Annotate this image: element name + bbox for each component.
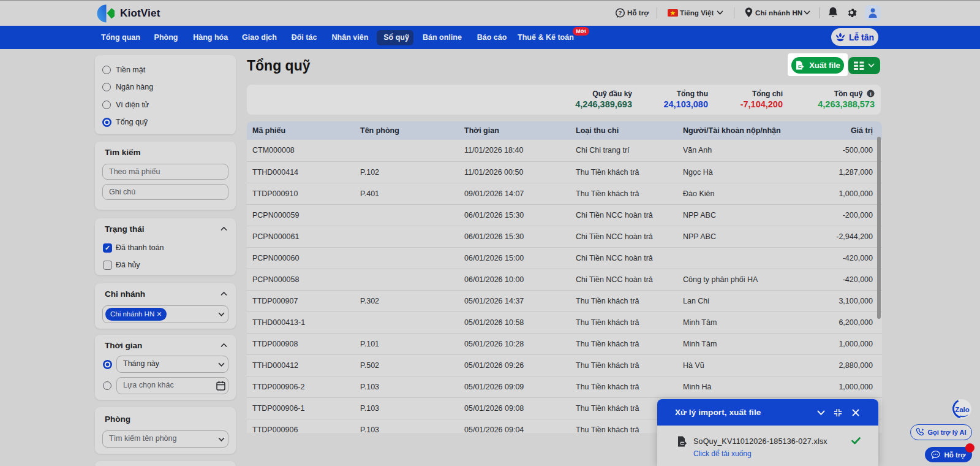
svg-text:Zalo: Zalo: [955, 406, 970, 413]
svg-text:?: ?: [619, 9, 622, 16]
